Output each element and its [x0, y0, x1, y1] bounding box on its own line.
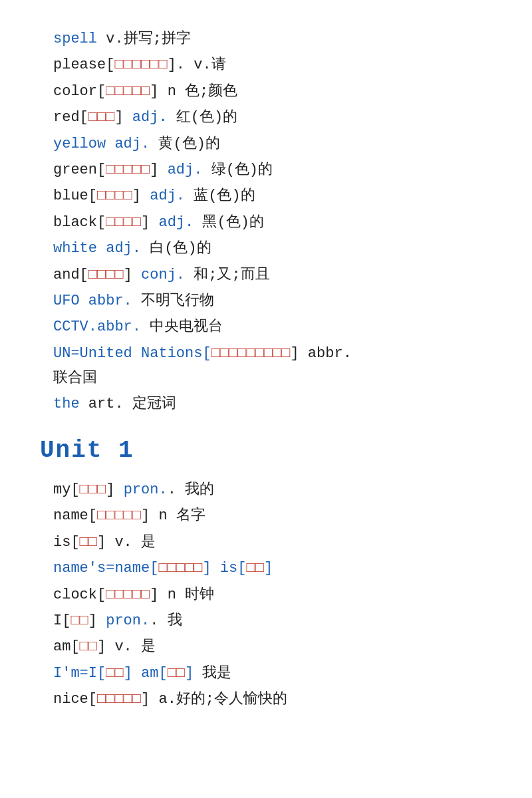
pos-the: art.: [88, 396, 132, 412]
phonetic-nice: □□□□□: [97, 691, 141, 708]
zh-cctv: 中央电视台: [150, 319, 223, 335]
word-black: black[: [53, 214, 106, 231]
pos-am: ] v.: [97, 638, 141, 655]
word-im3: ]: [185, 665, 202, 682]
phonetic-im2: □□: [168, 665, 185, 682]
word-names: name's=name[: [53, 560, 158, 577]
phonetic-and: □□□□: [88, 267, 124, 283]
entry-color: color[□□□□□] n 色;颜色: [40, 79, 492, 104]
phonetic-green: □□□□□: [106, 162, 150, 178]
zh-im: 我是: [202, 665, 231, 682]
word-im: I'm=I[: [53, 665, 106, 682]
zh-nice: 好的;令人愉快的: [176, 691, 287, 708]
zh-color: 色;颜色: [185, 83, 237, 100]
zh-yellow: 黄(色)的: [158, 136, 219, 152]
entry-names: name's=name[□□□□□] is[□□]: [40, 556, 492, 581]
entry-clock: clock[□□□□□] n 时钟: [40, 583, 492, 607]
entry-spell: spell v.拼写;拼字: [40, 27, 492, 51]
pos-black: ] adj.: [141, 214, 202, 231]
phonetic-my: □□□: [80, 481, 106, 498]
word-is: is[: [53, 534, 80, 551]
word-my: my[: [53, 481, 80, 498]
word-name: name[: [53, 507, 97, 524]
entry-blue: blue[□□□□] adj. 蓝(色)的: [40, 184, 492, 208]
word-please: please[: [53, 57, 114, 73]
zh-ufo: 不明飞行物: [141, 293, 214, 309]
phonetic-un: □□□□□□□□□: [211, 345, 291, 362]
pos-color: ] n: [150, 83, 185, 100]
entry-please: please[□□□□□□]. v.请: [40, 53, 492, 77]
zh-my: 我的: [185, 481, 214, 498]
word-spell: spell: [53, 31, 97, 47]
zh-green: 绿(色)的: [211, 162, 273, 178]
entry-am: am[□□] v. 是: [40, 634, 492, 659]
word-i: I[: [53, 612, 70, 629]
word-yellow: yellow adj.: [53, 136, 158, 152]
pos-red: ] adj.: [114, 109, 176, 126]
pos-please: ]. v.: [168, 57, 211, 73]
phonetic-red: □□□: [88, 109, 115, 126]
entry-green: green[□□□□□] adj. 绿(色)的: [40, 158, 492, 182]
phonetic-black: □□□□: [106, 214, 141, 231]
word-nice: nice[: [53, 691, 97, 708]
phonetic-color: □□□□□: [106, 83, 150, 100]
phonetic-please: □□□□□□: [114, 57, 167, 73]
content-area: spell v.拼写;拼字 please[□□□□□□]. v.请 color[…: [40, 27, 492, 712]
entry-red: red[□□□] adj. 红(色)的: [40, 105, 492, 130]
entry-nice: nice[□□□□□] a.好的;令人愉快的: [40, 687, 492, 712]
phonetic-names: □□□□□: [158, 560, 202, 577]
zh-please: 请: [211, 57, 226, 73]
entry-my: my[□□□] pron.. 我的: [40, 477, 492, 502]
word-im2: ] am[: [124, 665, 168, 682]
pos-blue: ] adj.: [132, 188, 194, 204]
word-and: and[: [53, 267, 88, 283]
entry-i: I[□□] pron.. 我: [40, 608, 492, 633]
unit-entries: my[□□□] pron.. 我的 name[□□□□□] n 名字 is[□□…: [40, 477, 492, 712]
pos-my: ] pron..: [106, 481, 185, 498]
pos-un: ] abbr.: [290, 345, 351, 362]
entry-un: UN=United Nations[□□□□□□□□□] abbr. 联合国: [40, 341, 492, 391]
word-cctv: CCTV.abbr.: [53, 319, 150, 335]
entry-name: name[□□□□□] n 名字: [40, 503, 492, 528]
word-white: white adj.: [53, 240, 150, 257]
zh-un: 联合国: [53, 370, 97, 386]
word-red: red[: [53, 109, 88, 126]
zh-clock: 时钟: [185, 587, 214, 603]
zh-name: 名字: [176, 507, 205, 524]
entry-and: and[□□□□] conj. 和;又;而且: [40, 263, 492, 287]
phonetic-am: □□: [80, 638, 97, 655]
entry-white: white adj. 白(色)的: [40, 236, 492, 261]
pos-is: ] v.: [97, 534, 141, 551]
zh-is: 是: [141, 534, 156, 551]
phonetic-clock: □□□□□: [106, 587, 150, 603]
entry-is: is[□□] v. 是: [40, 530, 492, 555]
word-the: the: [53, 396, 88, 412]
zh-and: 和;又;而且: [194, 267, 269, 283]
phonetic-im: □□: [106, 665, 123, 682]
entry-black: black[□□□□] adj. 黑(色)的: [40, 210, 492, 235]
zh-white: 白(色)的: [150, 240, 211, 257]
entry-ufo: UFO abbr. 不明飞行物: [40, 289, 492, 313]
entry-cctv: CCTV.abbr. 中央电视台: [40, 315, 492, 339]
phonetic-is: □□: [80, 534, 97, 551]
pos-spell: v.: [97, 31, 124, 47]
word-blue: blue[: [53, 188, 97, 204]
zh-spell: 拼写;拼字: [124, 31, 191, 47]
zh-blue: 蓝(色)的: [194, 188, 255, 204]
word-am: am[: [53, 638, 80, 655]
unit-heading: Unit 1: [40, 430, 492, 471]
phonetic-i: □□: [70, 612, 88, 629]
entry-yellow: yellow adj. 黄(色)的: [40, 132, 492, 156]
pos-clock: ] n: [150, 587, 185, 603]
word-color: color[: [53, 83, 106, 100]
word-ufo: UFO abbr.: [53, 293, 141, 309]
pos-i: ] pron..: [88, 612, 168, 629]
zh-am: 是: [141, 638, 156, 655]
pos-nice: ] a.: [141, 691, 176, 708]
word-names3: ]: [264, 560, 273, 577]
word-clock: clock[: [53, 587, 106, 603]
word-green: green[: [53, 162, 106, 178]
entry-the: the art. 定冠词: [40, 392, 492, 416]
phonetic-names2: □□: [246, 560, 263, 577]
phonetic-name: □□□□□: [97, 507, 141, 524]
